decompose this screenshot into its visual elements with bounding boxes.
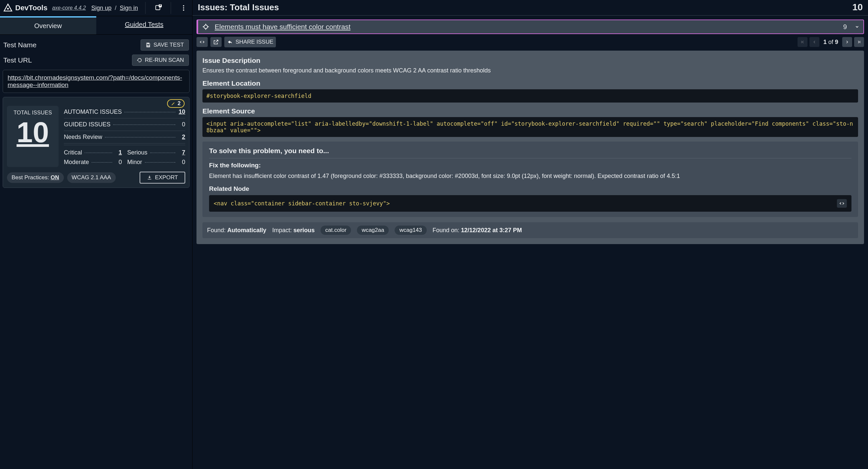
tag-wcag2aa[interactable]: wcag2aa <box>357 225 389 235</box>
rerun-label: RE-RUN SCAN <box>145 57 184 63</box>
code-icon <box>199 39 205 45</box>
inspect-related-button[interactable] <box>837 199 847 208</box>
edit-count: 2 <box>178 100 181 106</box>
related-node-code: <nav class="container sidebar-container … <box>214 200 390 207</box>
test-url-link[interactable]: https://bit.chromadesignsystem.com/?path… <box>3 70 190 93</box>
best-practices-toggle[interactable]: Best Practices: ON <box>7 172 64 183</box>
moderate-label: Moderate <box>64 159 89 166</box>
issue-description-text: Ensures the contrast between foreground … <box>203 66 858 75</box>
rerun-scan-button[interactable]: RE-RUN SCAN <box>132 55 189 66</box>
total-issues-label: TOTAL ISSUES <box>12 110 53 116</box>
highlight-icon[interactable] <box>202 23 209 30</box>
pager-first <box>798 37 807 47</box>
tag-cat-color[interactable]: cat.color <box>320 225 351 235</box>
chevron-down-icon[interactable] <box>855 25 859 29</box>
svg-point-3 <box>183 5 184 7</box>
needs-review-label: Needs Review <box>64 134 102 140</box>
share-icon <box>227 39 233 45</box>
guided-issues-label: GUIDED ISSUES <box>64 121 111 128</box>
critical-count[interactable]: 1 <box>115 149 122 156</box>
guided-issues-count: 0 <box>178 121 185 128</box>
element-source-code: <input aria-autocomplete="list" aria-lab… <box>203 117 858 137</box>
pager-prev <box>809 37 819 47</box>
automatic-issues-label: AUTOMATIC ISSUES <box>64 108 122 116</box>
fix-heading: Fix the following: <box>209 162 851 169</box>
signup-link[interactable]: Sign up <box>91 5 112 11</box>
tab-overview[interactable]: Overview <box>0 16 96 34</box>
brand-subtitle: axe-core 4.4.2 <box>52 5 86 11</box>
export-label: EXPORT <box>155 174 178 181</box>
external-link-icon <box>213 39 219 45</box>
pencil-icon <box>171 101 176 106</box>
moderate-count: 0 <box>115 159 122 166</box>
issue-description-heading: Issue Description <box>203 57 858 64</box>
issues-header: Issues: Total Issues <box>198 2 279 12</box>
refresh-icon <box>137 58 142 63</box>
pager-next[interactable] <box>842 37 852 47</box>
minor-label: Minor <box>127 159 142 166</box>
element-location-code: #storybook-explorer-searchfield <box>203 89 858 102</box>
svg-rect-6 <box>147 43 149 44</box>
save-test-label: SAVE TEST <box>154 42 184 48</box>
new-window-icon[interactable] <box>153 3 163 13</box>
svg-point-0 <box>7 8 9 9</box>
needs-review-count[interactable]: 2 <box>178 134 185 140</box>
issues-header-count: 10 <box>852 2 863 12</box>
issue-title-link[interactable]: Elements must have sufficient color cont… <box>215 23 838 31</box>
element-source-heading: Element Source <box>203 107 858 115</box>
export-button[interactable]: EXPORT <box>140 171 185 184</box>
open-external-button[interactable] <box>210 37 222 47</box>
save-icon <box>146 42 151 48</box>
minor-count: 0 <box>178 159 185 166</box>
svg-point-4 <box>183 7 184 9</box>
share-label: SHARE ISSUE <box>236 39 273 45</box>
test-url-label: Test URL <box>3 56 32 64</box>
kebab-menu-icon[interactable] <box>178 3 189 13</box>
save-test-button[interactable]: SAVE TEST <box>141 39 189 51</box>
edit-badge[interactable]: 2 <box>167 99 185 108</box>
svg-point-8 <box>204 25 208 29</box>
serious-count[interactable]: 7 <box>178 149 185 156</box>
signin-link[interactable]: Sign in <box>120 5 138 11</box>
element-location-heading: Element Location <box>203 80 858 87</box>
test-name-label: Test Name <box>3 41 36 49</box>
inspect-element-button[interactable] <box>196 37 208 47</box>
issue-occurrence-count: 9 <box>843 23 847 31</box>
related-node-heading: Related Node <box>209 185 851 192</box>
found-meta: Found: Automatically <box>207 227 266 234</box>
serious-label: Serious <box>127 149 148 156</box>
total-issues-count[interactable]: 10 <box>12 118 53 147</box>
impact-meta: Impact: serious <box>272 227 315 234</box>
solve-heading: To solve this problem, you need to... <box>209 147 851 158</box>
fix-text: Element has insufficient color contrast … <box>209 171 851 181</box>
tab-guided-tests[interactable]: Guided Tests <box>96 16 192 34</box>
found-on-meta: Found on: 12/12/2022 at 3:27 PM <box>433 227 522 234</box>
pager-label: 1 of 9 <box>823 39 838 45</box>
axe-logo-icon <box>3 3 12 12</box>
auth-sep: / <box>115 5 117 11</box>
share-issue-button[interactable]: SHARE ISSUE <box>224 37 276 47</box>
pager-last[interactable] <box>854 37 864 47</box>
brand-title: DevTools <box>15 4 47 12</box>
svg-rect-7 <box>147 45 149 46</box>
code-icon <box>839 200 845 207</box>
wcag-level-chip[interactable]: WCAG 2.1 AAA <box>67 172 116 183</box>
critical-label: Critical <box>64 149 82 156</box>
automatic-issues-count[interactable]: 10 <box>178 108 185 116</box>
download-icon <box>147 175 152 180</box>
tag-wcag143[interactable]: wcag143 <box>395 225 426 235</box>
issue-row[interactable]: Elements must have sufficient color cont… <box>196 20 864 34</box>
svg-point-5 <box>183 9 184 11</box>
